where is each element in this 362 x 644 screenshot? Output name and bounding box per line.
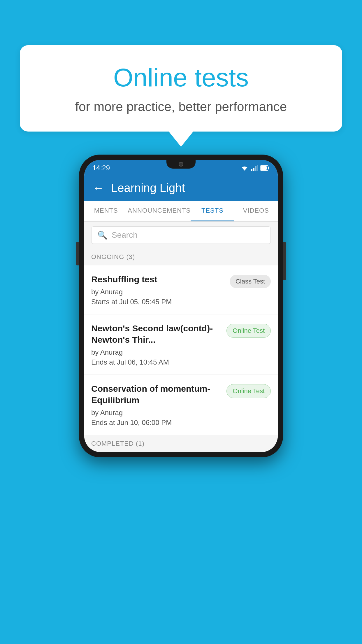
speech-bubble-arrow <box>169 132 193 147</box>
status-time: 14:29 <box>92 164 110 172</box>
svg-rect-8 <box>268 167 269 169</box>
test-item[interactable]: Newton's Second law(contd)-Newton's Thir… <box>84 314 278 375</box>
svg-rect-6 <box>257 165 258 171</box>
badge-class-test: Class Test <box>230 275 271 288</box>
badge-online-test: Online Test <box>226 324 271 338</box>
test-list: Reshuffling test by Anurag Starts at Jul… <box>84 265 278 435</box>
test-author: by Anurag <box>91 348 222 356</box>
test-author: by Anurag <box>91 288 225 296</box>
test-name: Conservation of momentum-Equilibrium <box>91 383 222 406</box>
test-info: Conservation of momentum-Equilibrium by … <box>91 383 226 427</box>
completed-section-header: COMPLETED (1) <box>84 435 278 452</box>
battery-icon <box>260 165 270 171</box>
svg-rect-5 <box>255 166 256 171</box>
speech-bubble-container: Online tests for more practice, better p… <box>20 45 342 147</box>
test-name: Reshuffling test <box>91 274 225 285</box>
test-info: Reshuffling test by Anurag Starts at Jul… <box>91 274 230 306</box>
test-author: by Anurag <box>91 409 222 417</box>
ongoing-section-header: ONGOING (3) <box>84 249 278 265</box>
phone-container: 14:29 <box>79 155 283 457</box>
speech-bubble-title: Online tests <box>43 63 319 92</box>
badge-online-test: Online Test <box>226 384 271 398</box>
tab-ments[interactable]: MENTS <box>84 201 128 221</box>
app-bar: ← Learning Light <box>84 175 278 201</box>
test-time: Ends at Jul 06, 10:45 AM <box>91 358 222 366</box>
back-button[interactable]: ← <box>92 181 104 195</box>
test-time: Ends at Jun 10, 06:00 PM <box>91 419 222 427</box>
search-bar[interactable]: 🔍 Search <box>91 226 271 244</box>
test-time: Starts at Jul 05, 05:45 PM <box>91 298 225 306</box>
speech-bubble-subtitle: for more practice, better performance <box>43 99 319 114</box>
test-info: Newton's Second law(contd)-Newton's Thir… <box>91 323 226 366</box>
ongoing-label: ONGOING (3) <box>91 253 135 260</box>
search-container: 🔍 Search <box>84 222 278 249</box>
tabs-container: MENTS ANNOUNCEMENTS TESTS VIDEOS <box>84 201 278 222</box>
signal-icon <box>251 165 258 171</box>
app-title: Learning Light <box>111 181 185 195</box>
phone-screen: 14:29 <box>84 160 278 452</box>
completed-label: COMPLETED (1) <box>91 440 145 447</box>
front-camera <box>179 162 183 167</box>
phone-outer: 14:29 <box>79 155 283 457</box>
search-input[interactable]: Search <box>112 230 138 240</box>
tab-announcements[interactable]: ANNOUNCEMENTS <box>128 201 191 221</box>
search-icon: 🔍 <box>97 230 108 240</box>
status-icons <box>240 165 270 171</box>
svg-rect-3 <box>251 169 252 171</box>
test-name: Newton's Second law(contd)-Newton's Thir… <box>91 323 222 345</box>
svg-rect-9 <box>261 166 267 170</box>
svg-rect-4 <box>253 168 254 171</box>
tab-videos[interactable]: VIDEOS <box>234 201 278 221</box>
wifi-icon <box>240 165 249 171</box>
test-item[interactable]: Reshuffling test by Anurag Starts at Jul… <box>84 265 278 314</box>
notch <box>166 160 196 169</box>
tab-tests[interactable]: TESTS <box>191 201 234 221</box>
test-item[interactable]: Conservation of momentum-Equilibrium by … <box>84 375 278 435</box>
speech-bubble: Online tests for more practice, better p… <box>20 45 342 132</box>
